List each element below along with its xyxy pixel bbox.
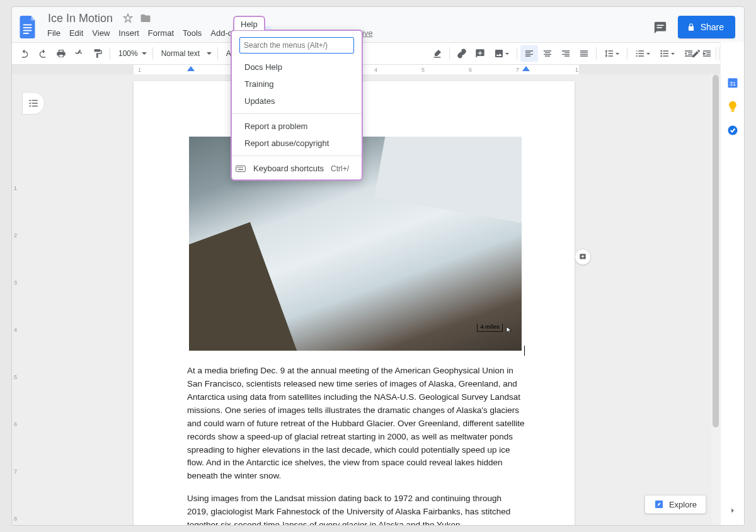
app-frame: Ice In Motion File Edit View Insert Form… [11, 6, 745, 526]
menu-tools[interactable]: Tools [178, 26, 206, 40]
help-report-problem[interactable]: Report a problem [232, 118, 362, 135]
help-updates[interactable]: Updates [232, 93, 362, 110]
docs-home-icon[interactable] [16, 11, 41, 43]
svg-text:31: 31 [729, 81, 735, 87]
indent-marker-right-icon[interactable] [522, 66, 530, 74]
styles-value: Normal text [161, 49, 200, 58]
separator [232, 113, 362, 114]
tasks-icon[interactable] [726, 124, 739, 137]
editing-mode-icon[interactable] [687, 45, 711, 62]
vertical-scrollbar[interactable] [711, 75, 720, 525]
insert-comment-icon[interactable] [471, 45, 489, 62]
align-center-icon[interactable] [539, 45, 556, 62]
svg-point-6 [660, 50, 662, 52]
insert-image-icon[interactable] [490, 45, 513, 62]
help-menu: Help Docs Help Training Updates Report a… [231, 30, 363, 181]
horizontal-ruler[interactable]: 1 1 2 3 4 5 6 7 1 [12, 65, 744, 75]
insert-link-icon[interactable] [453, 45, 471, 62]
menu-file[interactable]: File [43, 26, 65, 40]
svg-rect-5 [657, 27, 662, 28]
svg-point-7 [660, 53, 662, 55]
separator [449, 47, 450, 60]
line-spacing-icon[interactable] [600, 45, 624, 62]
explore-button[interactable]: Explore [644, 495, 706, 514]
help-keyboard-shortcuts[interactable]: Keyboard shortcuts Ctrl+/ [232, 160, 362, 177]
svg-rect-16 [238, 167, 239, 167]
toolbar: 100% Normal text Arial [12, 42, 744, 65]
keep-icon[interactable] [726, 100, 739, 113]
separator [217, 47, 218, 60]
move-folder-icon[interactable] [140, 13, 151, 24]
separator [152, 47, 153, 60]
text-caret [524, 346, 525, 356]
separator [232, 156, 362, 156]
zoom-select[interactable]: 100% [113, 46, 149, 61]
svg-rect-0 [23, 25, 32, 26]
styles-select[interactable]: Normal text [156, 46, 214, 61]
show-sidepanel-icon[interactable] [728, 506, 737, 515]
svg-rect-17 [239, 167, 241, 167]
paragraph[interactable]: At a media briefing Dec. 9 at the annual… [187, 365, 525, 483]
separator [517, 47, 517, 60]
redo-icon[interactable] [34, 45, 52, 62]
explore-label: Explore [669, 500, 697, 509]
paragraph[interactable]: Using images from the Landsat mission da… [187, 492, 525, 525]
open-comments-icon[interactable] [653, 21, 667, 35]
svg-point-8 [660, 55, 662, 57]
svg-rect-19 [238, 169, 243, 169]
highlight-color-icon[interactable] [428, 45, 446, 62]
document-title[interactable]: Ice In Motion [45, 11, 116, 26]
help-docs-help[interactable]: Docs Help [232, 59, 362, 76]
align-left-icon[interactable] [520, 45, 538, 62]
svg-rect-1 [23, 27, 32, 28]
share-button[interactable]: Share [678, 16, 735, 38]
calendar-icon[interactable]: 31 [726, 76, 739, 89]
menu-format[interactable]: Format [144, 26, 178, 40]
separator [716, 47, 716, 60]
undo-icon[interactable] [16, 45, 33, 62]
menu-edit[interactable]: Edit [65, 26, 88, 40]
separator [596, 47, 597, 60]
separator [110, 47, 110, 60]
numbered-list-icon[interactable] [631, 45, 655, 62]
bulleted-list-icon[interactable] [655, 45, 679, 62]
svg-rect-18 [241, 167, 243, 167]
lock-icon [687, 23, 696, 31]
keyboard-icon [236, 165, 246, 173]
svg-rect-15 [236, 166, 246, 171]
separator [627, 47, 627, 60]
share-label: Share [701, 22, 724, 32]
svg-rect-3 [23, 33, 29, 34]
document-body[interactable]: At a media briefing Dec. 9 at the annual… [187, 365, 525, 525]
mouse-cursor-icon [505, 325, 513, 334]
star-icon[interactable] [122, 13, 134, 24]
indent-marker-left-icon[interactable] [187, 66, 195, 74]
side-panel: 31 [720, 42, 744, 525]
svg-rect-2 [23, 30, 32, 31]
zoom-value: 100% [118, 49, 138, 58]
help-training[interactable]: Training [232, 76, 362, 93]
help-menu-tab[interactable]: Help [233, 16, 265, 30]
menu-insert[interactable]: Insert [114, 26, 144, 40]
image-scale-label: 4 miles [477, 324, 503, 332]
explore-icon [654, 499, 664, 509]
help-report-abuse[interactable]: Report abuse/copyright [232, 135, 362, 152]
align-justify-icon[interactable] [575, 45, 593, 62]
document-area: 1 2 3 4 5 6 7 8 4 miles At a media brief… [12, 75, 720, 525]
paint-format-icon[interactable] [89, 45, 106, 62]
menu-view[interactable]: View [88, 26, 114, 40]
add-comment-icon[interactable] [575, 249, 591, 265]
print-icon[interactable] [52, 45, 70, 62]
svg-rect-12 [731, 110, 734, 112]
show-outline-icon[interactable] [22, 92, 45, 115]
titlebar: Ice In Motion File Edit View Insert Form… [12, 7, 744, 42]
spellcheck-icon[interactable] [71, 45, 88, 62]
align-right-icon[interactable] [557, 45, 575, 62]
svg-rect-4 [657, 25, 664, 26]
help-search-input[interactable] [239, 37, 354, 54]
shortcut-label: Ctrl+/ [331, 164, 349, 173]
scrollbar-thumb[interactable] [713, 75, 719, 427]
